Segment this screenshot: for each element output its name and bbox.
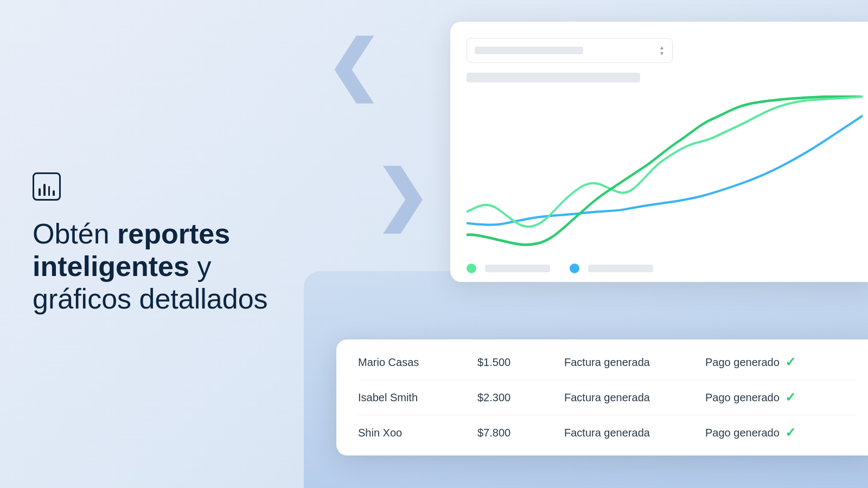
row-invoice: Factura generada — [564, 391, 705, 404]
row-amount: $2.300 — [477, 391, 564, 404]
dropdown-arrow-icon: ▲ ▼ — [659, 45, 665, 56]
check-icon: ✓ — [785, 355, 796, 370]
table-inner: Mario Casas $1.500 Factura generada Pago… — [336, 339, 868, 455]
bar-chart-icon — [33, 172, 61, 201]
row-name: Shin Xoo — [358, 427, 477, 439]
legend-dot-green — [467, 264, 476, 273]
chart-area — [467, 95, 863, 258]
bar-4 — [53, 190, 55, 196]
check-icon: ✓ — [785, 390, 796, 405]
chevron-right-icon: ❯ — [374, 163, 429, 228]
legend-label-1 — [485, 265, 550, 272]
row-payment: Pago generado ✓ — [705, 425, 796, 440]
left-panel: Obtén reportesinteligentes ygráficos det… — [0, 0, 304, 488]
dropdown-label-bar — [475, 47, 583, 54]
row-amount: $7.800 — [477, 427, 564, 439]
bar-2 — [43, 184, 46, 196]
row-invoice: Factura generada — [564, 427, 705, 439]
row-payment: Pago generado ✓ — [705, 390, 796, 405]
table-row: Isabel Smith $2.300 Factura generada Pag… — [358, 380, 857, 415]
bar-1 — [39, 188, 41, 196]
bar-3 — [48, 186, 50, 196]
line-dark-green — [467, 95, 863, 245]
legend-dot-blue — [570, 264, 579, 273]
chart-label-bar — [467, 73, 640, 82]
row-invoice: Factura generada — [564, 356, 705, 369]
chart-svg — [467, 95, 863, 258]
chevron-left-icon: ❮ — [326, 33, 380, 98]
line-light-green — [467, 97, 863, 227]
table-card: Mario Casas $1.500 Factura generada Pago… — [336, 339, 868, 455]
chart-card: ▲ ▼ — [450, 22, 868, 282]
row-amount: $1.500 — [477, 356, 564, 369]
row-payment: Pago generado ✓ — [705, 355, 796, 370]
right-panel: ❮ ❯ ▲ ▼ — [304, 0, 868, 488]
chart-dropdown[interactable]: ▲ ▼ — [467, 38, 673, 63]
legend-label-2 — [588, 265, 653, 272]
check-icon: ✓ — [785, 425, 796, 440]
table-row: Shin Xoo $7.800 Factura generada Pago ge… — [358, 415, 857, 450]
line-blue — [467, 116, 863, 225]
table-row: Mario Casas $1.500 Factura generada Pago… — [358, 345, 857, 380]
row-name: Mario Casas — [358, 356, 477, 369]
headline: Obtén reportesinteligentes ygráficos det… — [33, 218, 271, 315]
chart-legend — [467, 264, 863, 273]
row-name: Isabel Smith — [358, 391, 477, 404]
